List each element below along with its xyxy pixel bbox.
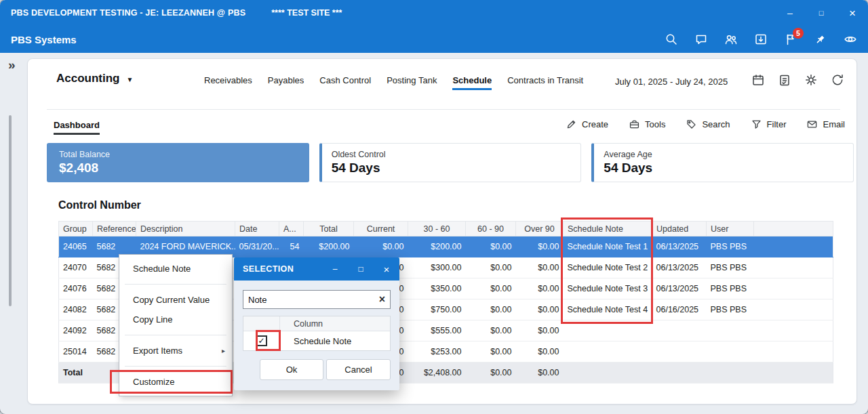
action-label: Tools — [645, 119, 665, 129]
sidebar-scrollbar[interactable] — [9, 115, 12, 306]
search-button[interactable]: Search — [686, 119, 730, 130]
column-filter-input[interactable]: Note × — [243, 290, 391, 309]
cell-60-90: $0.00 — [466, 299, 516, 320]
cell-schedule-note — [564, 320, 652, 341]
chat-icon[interactable] — [694, 33, 708, 46]
dialog-maximize-button[interactable]: □ — [348, 257, 374, 281]
average-age-card[interactable]: Average Age 54 Days — [591, 143, 854, 182]
minimize-icon: – — [787, 8, 793, 18]
collapsed-sidebar: » — [0, 53, 26, 414]
maximize-button[interactable]: □ — [806, 0, 837, 26]
toolbox-icon — [629, 119, 640, 130]
tab-payables[interactable]: Payables — [268, 75, 304, 85]
col-header-group[interactable]: Group — [59, 222, 93, 236]
col-header-date[interactable]: Date — [235, 222, 279, 236]
col-header-age[interactable]: A... — [279, 222, 304, 236]
module-selector[interactable]: Accounting ▼ — [56, 72, 133, 85]
grid-row-label: Schedule Note — [280, 331, 390, 350]
module-tabs: Receivables Payables Cash Control Postin… — [204, 75, 583, 85]
cell-current: $0.00 — [354, 236, 408, 257]
cell-updated: 06/16/2025 — [652, 299, 707, 320]
inbox-download-icon[interactable] — [754, 33, 768, 46]
col-header-user[interactable]: User — [707, 222, 754, 236]
email-button[interactable]: Email — [806, 119, 845, 130]
tab-cash-control[interactable]: Cash Control — [319, 75, 371, 85]
cell-group: 24070 — [59, 257, 93, 278]
cell-60-90: $0.00 — [466, 320, 516, 341]
tab-schedule[interactable]: Schedule — [452, 75, 492, 85]
gear-icon[interactable] — [804, 73, 818, 87]
col-header-updated[interactable]: Updated — [652, 222, 707, 236]
eye-icon[interactable] — [844, 33, 857, 46]
cell-schedule-note: Schedule Note Test 1 — [564, 236, 652, 257]
dialog-titlebar[interactable]: SELECTION – □ × — [234, 257, 399, 281]
cell-schedule-note — [564, 363, 652, 384]
pin-icon[interactable] — [814, 33, 827, 46]
close-button[interactable]: × — [837, 0, 868, 26]
col-header-total[interactable]: Total — [304, 222, 354, 236]
cell-schedule-note: Schedule Note Test 4 — [564, 299, 652, 320]
refresh-icon[interactable] — [831, 73, 844, 87]
minimize-button[interactable]: – — [774, 0, 806, 26]
cell-updated: 06/13/2025 — [652, 257, 707, 278]
tab-contracts-in-transit[interactable]: Contracts in Transit — [507, 75, 583, 85]
minimize-icon: – — [333, 264, 338, 274]
col-header-reference[interactable]: Reference — [93, 222, 136, 236]
menu-item-export-items[interactable]: Export Items ▸ — [119, 341, 232, 360]
column-selection-grid: Column ✓ Schedule Note — [243, 316, 391, 351]
cell-over-90: $0.00 — [516, 320, 564, 341]
cell-updated — [652, 363, 707, 384]
menu-item-copy-line[interactable]: Copy Line — [119, 310, 232, 329]
col-header-30-60[interactable]: 30 - 60 — [408, 222, 466, 236]
cell-schedule-note: Schedule Note Test 3 — [564, 278, 652, 299]
action-label: Create — [582, 119, 608, 129]
menu-item-copy-current-value[interactable]: Copy Current Value — [119, 290, 232, 310]
total-balance-card[interactable]: Total Balance $2,408 — [47, 143, 309, 182]
cancel-button[interactable]: Cancel — [326, 359, 391, 380]
cell-30-60: $253.00 — [408, 341, 466, 363]
date-range[interactable]: July 01, 2025 - July 24, 2025 — [615, 77, 728, 87]
calendar-icon[interactable] — [751, 73, 765, 87]
ok-button[interactable]: Ok — [260, 359, 323, 380]
people-icon[interactable] — [724, 33, 738, 46]
app-name: PBS Systems — [11, 34, 77, 45]
cell-over-90: $0.00 — [516, 257, 564, 278]
cell-60-90: $0.00 — [466, 236, 516, 257]
tab-posting-tank[interactable]: Posting Tank — [387, 75, 437, 85]
create-button[interactable]: Create — [566, 119, 608, 130]
oldest-control-card[interactable]: Oldest Control 54 Days — [319, 143, 582, 182]
menu-separator — [125, 284, 226, 285]
expand-sidebar-chevron-icon[interactable]: » — [8, 58, 16, 71]
cell-updated — [652, 341, 707, 363]
maximize-icon: □ — [819, 9, 824, 17]
checklist-icon[interactable] — [778, 73, 791, 87]
col-header-schedule-note[interactable]: Schedule Note — [564, 222, 652, 236]
tools-button[interactable]: Tools — [629, 119, 665, 130]
menu-item-schedule-note[interactable]: Schedule Note — [119, 259, 232, 278]
cell-over-90: $0.00 — [516, 299, 564, 320]
col-header-60-90[interactable]: 60 - 90 — [466, 222, 516, 236]
menu-separator — [125, 335, 226, 335]
submenu-arrow-icon: ▸ — [222, 341, 225, 360]
cell-60-90: $0.00 — [466, 257, 516, 278]
dialog-minimize-button[interactable]: – — [322, 257, 348, 281]
search-icon[interactable] — [665, 33, 678, 46]
tab-dashboard[interactable]: Dashboard — [54, 120, 100, 130]
clear-input-icon[interactable]: × — [379, 294, 385, 305]
filter-button[interactable]: Filter — [751, 119, 787, 130]
cell-30-60: $200.00 — [408, 236, 466, 257]
dialog-close-button[interactable]: × — [374, 257, 399, 281]
menu-item-customize[interactable]: Customize — [119, 372, 232, 392]
notifications-flag-icon[interactable]: 5 — [784, 33, 797, 46]
cell-user: PBS PBS — [707, 257, 754, 278]
grid-row-schedule-note[interactable]: ✓ Schedule Note — [243, 331, 390, 350]
card-label: Oldest Control — [332, 150, 572, 159]
module-label: Accounting — [56, 72, 120, 85]
col-header-current[interactable]: Current — [354, 222, 408, 236]
column-header: Column — [280, 316, 390, 331]
col-header-over-90[interactable]: Over 90 — [516, 222, 564, 236]
schedule-note-checkbox[interactable]: ✓ — [256, 335, 267, 346]
notification-badge: 5 — [793, 28, 804, 39]
tab-receivables[interactable]: Receivables — [204, 75, 252, 85]
col-header-description[interactable]: Description — [136, 222, 235, 236]
